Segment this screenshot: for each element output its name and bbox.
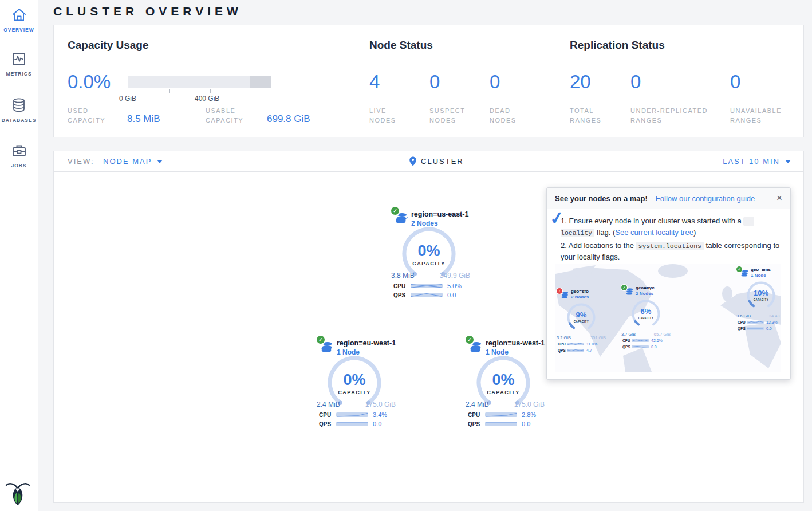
usable-capacity-label: USABLE CAPACITY bbox=[206, 106, 260, 125]
configuration-guide-link[interactable]: Follow our configuration guide bbox=[656, 194, 755, 203]
capacity-percent: 0% bbox=[326, 371, 383, 389]
healthy-check-icon: ✓ bbox=[466, 336, 474, 344]
used-capacity: 2.4 MiB bbox=[466, 400, 489, 408]
sidebar: OVERVIEW METRICS DATABASES JOBS bbox=[0, 0, 38, 511]
nodes-label: 2 Nodes bbox=[636, 291, 653, 296]
step1-text: 1. Ensure every node in your cluster was… bbox=[561, 217, 743, 225]
capacity-percent: 0% bbox=[475, 371, 532, 389]
live-nodes-label: LIVE NODES bbox=[369, 106, 409, 125]
total-ranges-label: TOTAL RANGES bbox=[570, 106, 613, 125]
qps-label: QPS bbox=[622, 345, 632, 349]
cpu-value: 11.0% bbox=[586, 342, 597, 346]
locality-tree-link[interactable]: See current locality tree bbox=[615, 228, 693, 237]
total-capacity: 349.9 GiB bbox=[440, 272, 470, 280]
cpu-value: 2.8% bbox=[522, 411, 536, 418]
qps-value: 4.7 bbox=[586, 348, 592, 352]
capacity-gauge: 9% CAPACITY bbox=[566, 302, 597, 333]
healthy-check-icon: ✓ bbox=[621, 285, 627, 290]
unavailable-ranges-label: UNAVAILABLE RANGES bbox=[730, 106, 793, 125]
sidebar-label-overview: OVERVIEW bbox=[0, 27, 38, 33]
used-capacity: 2.4 MiB bbox=[317, 400, 340, 408]
warning-badge-icon: ! bbox=[557, 288, 562, 294]
cpu-label: CPU bbox=[393, 283, 411, 289]
page-title: CLUSTER OVERVIEW bbox=[53, 5, 242, 18]
node-map-config-tooltip: See your nodes on a map! Follow our conf… bbox=[546, 187, 791, 380]
example-map-preview: ! geo=sfo 2 Nodes 9% CAPACITY 3.2 GiB 35 bbox=[555, 264, 781, 372]
used-capacity-value: 8.5 MiB bbox=[127, 113, 160, 125]
healthy-check-icon: ✓ bbox=[391, 207, 399, 215]
step1-text: flag. ( bbox=[594, 228, 615, 237]
qps-value: 0.0 bbox=[651, 345, 657, 349]
tooltip-steps: 1. Ensure every node in your cluster was… bbox=[547, 209, 790, 262]
view-bar: VIEW: NODE MAP CLUSTER LAST 10 MIN bbox=[53, 151, 804, 172]
locality-breadcrumb-label: CLUSTER bbox=[421, 157, 464, 166]
close-icon[interactable]: × bbox=[776, 192, 782, 204]
capacity-percent: 10% bbox=[746, 289, 776, 297]
capacity-caption: CAPACITY bbox=[475, 390, 532, 395]
total-ranges-value: 20 bbox=[570, 71, 591, 93]
used-capacity: 3.2 GiB bbox=[557, 335, 571, 340]
sidebar-label-databases: DATABASES bbox=[0, 117, 38, 123]
time-range-dropdown[interactable]: LAST 10 MIN bbox=[723, 157, 791, 166]
under-replicated-ranges-value: 0 bbox=[630, 71, 641, 93]
used-capacity: 3.6 GiB bbox=[736, 313, 751, 319]
nodes-label: 1 Node bbox=[751, 273, 766, 278]
locality-breadcrumb[interactable]: CLUSTER bbox=[409, 156, 464, 166]
cpu-sparkline bbox=[632, 339, 649, 343]
qps-value: 0.0 bbox=[766, 327, 772, 331]
tooltip-step-2: 2. Add locations to the system.locations… bbox=[561, 240, 781, 262]
time-range-value: LAST 10 MIN bbox=[723, 157, 780, 166]
used-capacity: 3.7 GiB bbox=[621, 332, 636, 337]
node-status-heading: Node Status bbox=[369, 39, 433, 52]
qps-sparkline bbox=[632, 345, 649, 349]
qps-value: 0.0 bbox=[373, 420, 381, 427]
view-selector-value: NODE MAP bbox=[103, 157, 152, 166]
node-stack-icon bbox=[625, 288, 634, 298]
capacity-caption: CAPACITY bbox=[326, 390, 383, 395]
chevron-down-icon bbox=[157, 160, 163, 163]
sidebar-item-overview[interactable]: OVERVIEW bbox=[0, 7, 38, 33]
used-capacity: 3.8 MiB bbox=[391, 272, 415, 280]
cpu-label: CPU bbox=[319, 412, 336, 418]
capacity-caption: CAPACITY bbox=[630, 317, 661, 320]
replication-status-heading: Replication Status bbox=[570, 39, 665, 52]
cockroachdb-logo bbox=[5, 480, 30, 506]
dead-nodes-label: DEAD NODES bbox=[490, 106, 530, 125]
qps-label: QPS bbox=[393, 292, 411, 298]
total-capacity: 175.0 GiB bbox=[365, 400, 396, 408]
qps-sparkline bbox=[411, 292, 443, 298]
cpu-label: CPU bbox=[558, 342, 567, 346]
tooltip-title: See your nodes on a map! bbox=[555, 194, 648, 203]
unavailable-ranges-value: 0 bbox=[730, 71, 740, 93]
node-map-panel: ✓ region=us-east-1 2 Nodes 0% CAPACITY 3… bbox=[53, 172, 804, 503]
cpu-sparkline bbox=[567, 342, 584, 346]
total-capacity: 65.7 GiB bbox=[654, 332, 671, 337]
capacity-tick bbox=[251, 89, 251, 93]
cpu-value: 3.4% bbox=[373, 411, 387, 418]
cpu-value: 12.3% bbox=[766, 320, 778, 324]
total-capacity: 175.0 GiB bbox=[514, 400, 545, 408]
sidebar-item-metrics[interactable]: METRICS bbox=[0, 52, 38, 77]
region-label: region=eu-west-1 bbox=[337, 339, 396, 347]
qps-label: QPS bbox=[558, 348, 567, 352]
capacity-percent: 0% bbox=[400, 242, 458, 260]
cpu-label: CPU bbox=[622, 339, 632, 343]
region-label: geo=ams bbox=[751, 267, 771, 272]
capacity-caption: CAPACITY bbox=[400, 261, 458, 266]
view-selector-dropdown[interactable]: NODE MAP bbox=[103, 157, 163, 166]
live-nodes-value: 4 bbox=[369, 71, 380, 93]
step-complete-check-icon: ✓ bbox=[549, 207, 566, 229]
qps-sparkline bbox=[485, 420, 517, 427]
node-stack-icon bbox=[740, 269, 749, 280]
capacity-percent: 6% bbox=[630, 307, 661, 316]
total-capacity: 34.4 GiB bbox=[769, 313, 781, 319]
capacity-used-percent: 0.0% bbox=[68, 71, 111, 93]
sidebar-item-jobs[interactable]: JOBS bbox=[0, 143, 38, 168]
capacity-tick bbox=[210, 89, 211, 93]
sidebar-item-databases[interactable]: DATABASES bbox=[0, 97, 38, 123]
capacity-caption: CAPACITY bbox=[746, 298, 776, 301]
tooltip-step-1: 1. Ensure every node in your cluster was… bbox=[561, 215, 781, 238]
qps-sparkline bbox=[567, 348, 584, 352]
region-label: geo=nyc bbox=[636, 285, 655, 290]
briefcase-icon bbox=[11, 143, 27, 160]
